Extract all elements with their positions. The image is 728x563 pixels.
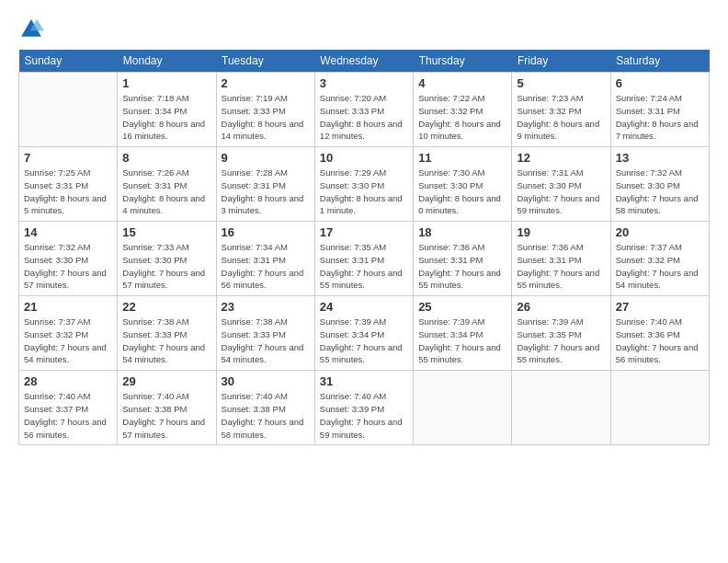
weekday-header-thursday: Thursday [414, 50, 512, 73]
day-number: 2 [222, 76, 310, 90]
day-info: Sunrise: 7:23 AM Sunset: 3:32 PM Dayligh… [517, 92, 605, 143]
day-info: Sunrise: 7:32 AM Sunset: 3:30 PM Dayligh… [24, 241, 112, 292]
calendar-cell: 26 Sunrise: 7:39 AM Sunset: 3:35 PM Dayl… [512, 296, 610, 371]
calendar-cell: 6 Sunrise: 7:24 AM Sunset: 3:31 PM Dayli… [610, 73, 709, 147]
calendar-cell: 20 Sunrise: 7:37 AM Sunset: 3:32 PM Dayl… [610, 222, 709, 296]
day-info: Sunrise: 7:40 AM Sunset: 3:38 PM Dayligh… [122, 390, 210, 441]
day-number: 25 [418, 300, 506, 314]
calendar-week-row: 1 Sunrise: 7:18 AM Sunset: 3:34 PM Dayli… [19, 73, 710, 147]
calendar-cell: 17 Sunrise: 7:35 AM Sunset: 3:31 PM Dayl… [314, 222, 413, 296]
day-info: Sunrise: 7:38 AM Sunset: 3:33 PM Dayligh… [122, 316, 210, 366]
day-info: Sunrise: 7:35 AM Sunset: 3:31 PM Dayligh… [320, 241, 408, 292]
calendar-cell: 16 Sunrise: 7:34 AM Sunset: 3:31 PM Dayl… [216, 222, 314, 296]
day-number: 14 [24, 225, 112, 239]
calendar-cell: 12 Sunrise: 7:31 AM Sunset: 3:30 PM Dayl… [512, 147, 610, 222]
day-number: 24 [320, 300, 408, 314]
calendar-cell: 9 Sunrise: 7:28 AM Sunset: 3:31 PM Dayli… [216, 147, 314, 222]
calendar-cell: 1 Sunrise: 7:18 AM Sunset: 3:34 PM Dayli… [118, 73, 216, 147]
calendar-cell: 18 Sunrise: 7:36 AM Sunset: 3:31 PM Dayl… [414, 222, 512, 296]
day-number: 11 [418, 151, 506, 165]
day-info: Sunrise: 7:19 AM Sunset: 3:33 PM Dayligh… [222, 92, 310, 143]
calendar-cell: 31 Sunrise: 7:40 AM Sunset: 3:39 PM Dayl… [314, 371, 413, 445]
calendar-cell: 28 Sunrise: 7:40 AM Sunset: 3:37 PM Dayl… [19, 371, 118, 445]
calendar-week-row: 7 Sunrise: 7:25 AM Sunset: 3:31 PM Dayli… [19, 147, 710, 222]
calendar-cell: 11 Sunrise: 7:30 AM Sunset: 3:30 PM Dayl… [414, 147, 512, 222]
day-info: Sunrise: 7:39 AM Sunset: 3:34 PM Dayligh… [320, 316, 408, 366]
day-info: Sunrise: 7:38 AM Sunset: 3:33 PM Dayligh… [222, 316, 310, 366]
day-number: 29 [122, 374, 210, 388]
day-number: 18 [418, 225, 506, 239]
day-number: 31 [320, 374, 408, 388]
calendar-cell: 24 Sunrise: 7:39 AM Sunset: 3:34 PM Dayl… [314, 296, 413, 371]
calendar-week-row: 28 Sunrise: 7:40 AM Sunset: 3:37 PM Dayl… [19, 371, 710, 445]
page: SundayMondayTuesdayWednesdayThursdayFrid… [0, 0, 728, 563]
day-number: 3 [320, 76, 408, 90]
day-number: 28 [24, 374, 112, 388]
day-info: Sunrise: 7:36 AM Sunset: 3:31 PM Dayligh… [418, 241, 506, 292]
calendar-cell: 22 Sunrise: 7:38 AM Sunset: 3:33 PM Dayl… [118, 296, 216, 371]
weekday-header-monday: Monday [118, 50, 216, 73]
calendar-week-row: 21 Sunrise: 7:37 AM Sunset: 3:32 PM Dayl… [19, 296, 710, 371]
day-info: Sunrise: 7:39 AM Sunset: 3:34 PM Dayligh… [418, 316, 506, 366]
day-info: Sunrise: 7:40 AM Sunset: 3:38 PM Dayligh… [222, 390, 310, 441]
day-info: Sunrise: 7:24 AM Sunset: 3:31 PM Dayligh… [616, 92, 704, 143]
calendar-cell [610, 371, 709, 445]
calendar-cell: 10 Sunrise: 7:29 AM Sunset: 3:30 PM Dayl… [314, 147, 413, 222]
day-info: Sunrise: 7:37 AM Sunset: 3:32 PM Dayligh… [616, 241, 704, 292]
day-info: Sunrise: 7:33 AM Sunset: 3:30 PM Dayligh… [122, 241, 210, 292]
calendar-cell: 3 Sunrise: 7:20 AM Sunset: 3:33 PM Dayli… [314, 73, 413, 147]
weekday-header-sunday: Sunday [19, 50, 118, 73]
day-info: Sunrise: 7:30 AM Sunset: 3:30 PM Dayligh… [418, 167, 506, 217]
weekday-header-friday: Friday [512, 50, 610, 73]
logo-icon [18, 17, 44, 42]
day-info: Sunrise: 7:40 AM Sunset: 3:39 PM Dayligh… [320, 390, 408, 441]
day-number: 21 [24, 300, 112, 314]
calendar-cell: 4 Sunrise: 7:22 AM Sunset: 3:32 PM Dayli… [414, 73, 512, 147]
day-info: Sunrise: 7:36 AM Sunset: 3:31 PM Dayligh… [517, 241, 605, 292]
day-number: 17 [320, 225, 408, 239]
calendar-cell: 25 Sunrise: 7:39 AM Sunset: 3:34 PM Dayl… [414, 296, 512, 371]
day-number: 22 [122, 300, 210, 314]
day-number: 12 [517, 151, 605, 165]
day-number: 27 [616, 300, 704, 314]
day-info: Sunrise: 7:40 AM Sunset: 3:36 PM Dayligh… [616, 316, 704, 366]
calendar-cell: 19 Sunrise: 7:36 AM Sunset: 3:31 PM Dayl… [512, 222, 610, 296]
header [18, 17, 710, 42]
day-info: Sunrise: 7:32 AM Sunset: 3:30 PM Dayligh… [616, 167, 704, 217]
day-number: 13 [616, 151, 704, 165]
day-info: Sunrise: 7:40 AM Sunset: 3:37 PM Dayligh… [24, 390, 112, 441]
calendar-cell [414, 371, 512, 445]
calendar-cell: 30 Sunrise: 7:40 AM Sunset: 3:38 PM Dayl… [216, 371, 314, 445]
calendar-cell: 15 Sunrise: 7:33 AM Sunset: 3:30 PM Dayl… [118, 222, 216, 296]
day-number: 6 [616, 76, 704, 90]
calendar-cell: 5 Sunrise: 7:23 AM Sunset: 3:32 PM Dayli… [512, 73, 610, 147]
day-info: Sunrise: 7:18 AM Sunset: 3:34 PM Dayligh… [122, 92, 210, 143]
logo [18, 17, 48, 42]
weekday-header-tuesday: Tuesday [216, 50, 314, 73]
day-number: 16 [222, 225, 310, 239]
day-number: 23 [222, 300, 310, 314]
day-number: 26 [517, 300, 605, 314]
day-number: 30 [222, 374, 310, 388]
weekday-header-saturday: Saturday [610, 50, 709, 73]
calendar-cell: 14 Sunrise: 7:32 AM Sunset: 3:30 PM Dayl… [19, 222, 118, 296]
weekday-header-row: SundayMondayTuesdayWednesdayThursdayFrid… [19, 50, 710, 73]
day-info: Sunrise: 7:28 AM Sunset: 3:31 PM Dayligh… [222, 167, 310, 217]
day-info: Sunrise: 7:29 AM Sunset: 3:30 PM Dayligh… [320, 167, 408, 217]
calendar-cell: 8 Sunrise: 7:26 AM Sunset: 3:31 PM Dayli… [118, 147, 216, 222]
calendar-cell: 2 Sunrise: 7:19 AM Sunset: 3:33 PM Dayli… [216, 73, 314, 147]
day-number: 1 [122, 76, 210, 90]
day-info: Sunrise: 7:25 AM Sunset: 3:31 PM Dayligh… [24, 167, 112, 217]
day-number: 9 [222, 151, 310, 165]
day-number: 10 [320, 151, 408, 165]
calendar-cell: 21 Sunrise: 7:37 AM Sunset: 3:32 PM Dayl… [19, 296, 118, 371]
day-info: Sunrise: 7:22 AM Sunset: 3:32 PM Dayligh… [418, 92, 506, 143]
day-number: 19 [517, 225, 605, 239]
day-info: Sunrise: 7:26 AM Sunset: 3:31 PM Dayligh… [122, 167, 210, 217]
day-info: Sunrise: 7:20 AM Sunset: 3:33 PM Dayligh… [320, 92, 408, 143]
calendar-cell: 27 Sunrise: 7:40 AM Sunset: 3:36 PM Dayl… [610, 296, 709, 371]
calendar-cell [512, 371, 610, 445]
calendar-cell: 13 Sunrise: 7:32 AM Sunset: 3:30 PM Dayl… [610, 147, 709, 222]
calendar-cell: 23 Sunrise: 7:38 AM Sunset: 3:33 PM Dayl… [216, 296, 314, 371]
calendar-table: SundayMondayTuesdayWednesdayThursdayFrid… [18, 50, 710, 445]
